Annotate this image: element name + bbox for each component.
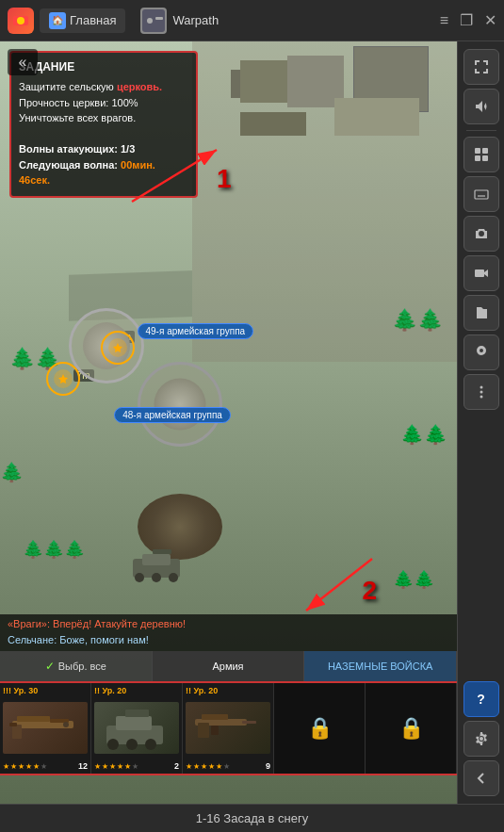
unit-count-2: 9 [266, 761, 270, 771]
sound-btn[interactable] [463, 89, 499, 124]
svg-rect-33 [211, 726, 219, 735]
chat-enemy: «Враги»: Вперёд! Атакуйте деревню! [8, 618, 186, 629]
svg-point-1 [17, 17, 24, 24]
unit-level-0: !!! Ур. 30 [3, 686, 88, 695]
svg-marker-12 [113, 343, 122, 352]
help-btn[interactable]: ? [463, 681, 499, 717]
task-line2: Прочность церкви: 100% [19, 97, 138, 108]
lock-icon-4: 🔒 [398, 716, 424, 741]
svg-rect-18 [17, 716, 50, 722]
unit-level-1: !! Ур. 20 [94, 686, 179, 695]
unit-slot-1[interactable]: !! Ур. 20 ★★★★★★ [91, 683, 183, 774]
svg-point-22 [63, 722, 69, 727]
unit-stars-2: ★★★★★★ [186, 762, 270, 771]
unit-bar: !!! Ур. 30 [0, 681, 457, 775]
svg-point-8 [135, 573, 144, 582]
game-label: Warpath [172, 13, 219, 27]
army-btn[interactable]: Армия [153, 651, 305, 681]
svg-point-28 [145, 739, 156, 750]
right-sidebar: ? [457, 41, 504, 804]
keyboard-btn[interactable] [463, 176, 499, 212]
unit-stars-1: ★★★★★★ [94, 762, 179, 771]
back-button[interactable]: « [8, 49, 38, 75]
svg-point-9 [152, 573, 161, 582]
svg-rect-2 [142, 9, 165, 32]
unit-img-rifle [3, 702, 88, 754]
check-icon: ✓ [45, 660, 55, 673]
close-icon[interactable]: ✕ [484, 11, 496, 29]
unit-marker-2[interactable] [101, 331, 135, 365]
home-tab[interactable]: 🏠 Главная [40, 8, 125, 33]
location-btn[interactable] [463, 334, 499, 370]
svg-rect-32 [242, 721, 256, 724]
number-label-1: 1 [217, 164, 232, 194]
tank-unit[interactable] [128, 549, 185, 582]
select-all-label: Выбр. все [58, 661, 106, 672]
status-label: 1-16 Засада в снегу [196, 811, 309, 825]
svg-marker-11 [58, 374, 68, 383]
svg-rect-37 [482, 155, 488, 161]
svg-rect-25 [125, 710, 149, 717]
unit-image-0 [3, 695, 88, 760]
chat-area: «Враги»: Вперёд! Атакуйте деревню! Сельч… [0, 614, 457, 651]
army-label-1: 49-я армейская группа [138, 323, 254, 339]
unit-slot-2[interactable]: !! Ур. 20 ★★★★★★ 9 [183, 683, 274, 774]
task-title: ЗАДАНИЕ [19, 60, 188, 73]
unit-level-2: !! Ур. 20 [186, 686, 270, 695]
files-btn[interactable] [463, 295, 499, 331]
gear-btn[interactable] [463, 721, 499, 757]
game-tab[interactable]: Warpath [131, 4, 228, 38]
unit-slot-4[interactable]: 🔒 [366, 683, 457, 774]
record-btn[interactable] [463, 255, 499, 291]
svg-rect-6 [142, 554, 171, 565]
trees-bottom2: 🌲🌲 [393, 569, 434, 590]
game-icon [140, 8, 167, 34]
unit-image-2 [186, 695, 270, 760]
select-all-btn[interactable]: ✓ Выбр. все [0, 651, 153, 681]
number-label-2: 2 [362, 576, 377, 606]
unit-inner-1 [54, 369, 73, 388]
chat-neutral: Сельчане: Боже, помоги нам! [8, 634, 149, 645]
svg-point-3 [147, 18, 153, 24]
unit-slot-0[interactable]: !!! Ур. 30 [0, 683, 91, 774]
settings-grid-btn[interactable] [463, 137, 499, 172]
lock-icon-3: 🔒 [307, 716, 333, 741]
back-sidebar-btn[interactable] [463, 760, 499, 796]
svg-point-10 [169, 573, 178, 582]
title-bar: 🏠 Главная Warpath ≡ ❐ ✕ [0, 0, 504, 41]
svg-rect-34 [475, 148, 480, 154]
ground-forces-btn[interactable]: НАЗЕМНЫЕ ВОЙСКА [304, 651, 457, 681]
bottom-bar: «Враги»: Вперёд! Атакуйте деревню! Сельч… [0, 614, 457, 775]
army-label: Армия [212, 661, 243, 672]
svg-rect-31 [198, 723, 209, 738]
task-line1: Защитите сельскую [19, 81, 114, 92]
trees-bottom: 🌲🌲🌲 [23, 539, 85, 560]
restore-icon[interactable]: ❐ [460, 11, 473, 29]
fullscreen-btn[interactable] [463, 49, 499, 85]
trees-right: 🌲🌲 [392, 308, 443, 333]
ground-forces-label: НАЗЕМНЫЕ ВОЙСКА [328, 661, 433, 672]
unit-marker-1[interactable] [46, 362, 80, 396]
svg-rect-38 [475, 190, 488, 199]
svg-rect-21 [9, 723, 17, 726]
svg-point-27 [126, 739, 138, 750]
svg-rect-24 [116, 716, 152, 730]
unit-inner-2 [108, 338, 127, 357]
menu-icon[interactable]: ≡ [440, 12, 448, 29]
task-line3: Уничтожьте всех врагов. [19, 112, 136, 123]
svg-rect-7 [153, 549, 171, 554]
svg-rect-36 [475, 155, 480, 161]
status-bar: 1-16 Засада в снегу [0, 804, 504, 832]
svg-rect-4 [155, 17, 163, 20]
svg-point-48 [480, 396, 482, 399]
svg-rect-45 [475, 269, 484, 277]
trees-right2: 🌲🌲 [400, 423, 447, 446]
unit-slot-3[interactable]: 🔒 [274, 683, 366, 774]
more-btn[interactable] [463, 374, 499, 410]
fortification-2 [138, 362, 222, 447]
window-controls: ≡ ❐ ✕ [440, 11, 496, 29]
home-icon: 🏠 [49, 12, 66, 29]
help-icon: ? [477, 692, 485, 707]
camera-btn[interactable] [463, 216, 499, 252]
app-icon [8, 8, 34, 34]
